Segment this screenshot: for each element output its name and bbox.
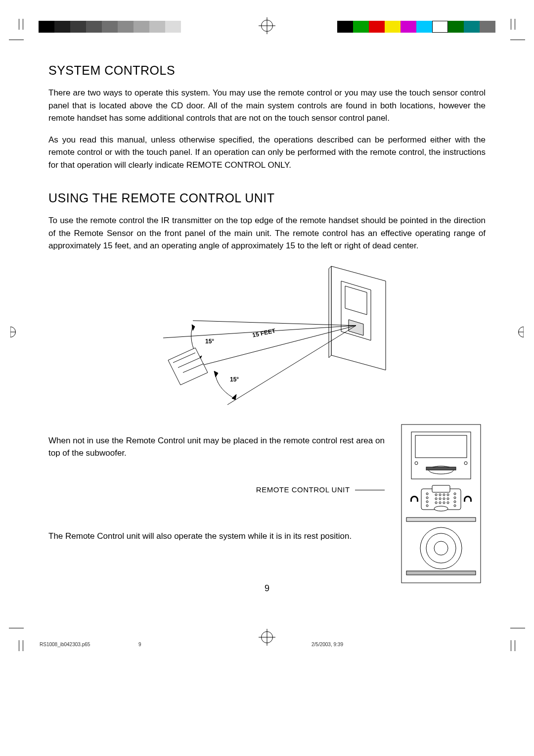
footer-filename: RS1008_ib042303.p65 — [40, 642, 138, 647]
body-paragraph: The Remote Control unit will also operat… — [48, 530, 385, 543]
svg-line-7 — [227, 326, 356, 405]
svg-marker-9 — [192, 325, 195, 331]
diagram-angle-lower: 15° — [230, 376, 239, 383]
callout-remote-control-unit: REMOTE CONTROL UNIT — [256, 485, 350, 494]
body-paragraph: There are two ways to operate this syste… — [48, 87, 486, 125]
color-bar — [337, 21, 495, 33]
svg-marker-11 — [214, 371, 218, 377]
registration-mark-icon — [518, 327, 529, 337]
svg-rect-25 — [432, 485, 450, 492]
footer-page: 9 — [138, 642, 267, 647]
svg-point-37 — [447, 494, 449, 496]
diagram-angle-upper: 15° — [205, 338, 214, 345]
svg-point-28 — [426, 501, 428, 503]
svg-point-39 — [439, 498, 441, 500]
svg-point-35 — [439, 494, 441, 496]
crop-mark — [23, 636, 38, 651]
svg-point-38 — [435, 498, 437, 500]
remote-rest-section: When not in use the Remote Control unit … — [48, 429, 486, 590]
callout-line — [355, 490, 385, 490]
print-footer: RS1008_ib042303.p65 9 2/5/2003, 9:39 — [40, 642, 494, 647]
heading-system-controls: SYSTEM CONTROLS — [48, 63, 486, 78]
remote-range-diagram: 15° 15° 15 FEET — [109, 261, 425, 420]
crop-mark — [9, 628, 24, 628]
svg-point-31 — [454, 497, 456, 499]
subwoofer-illustration — [397, 420, 486, 588]
svg-point-36 — [443, 494, 445, 496]
svg-marker-1 — [329, 266, 331, 358]
svg-point-44 — [443, 502, 445, 504]
svg-point-46 — [434, 506, 448, 511]
svg-marker-12 — [232, 394, 236, 400]
svg-rect-23 — [426, 467, 456, 470]
page-number: 9 — [48, 583, 486, 594]
svg-point-32 — [454, 501, 456, 503]
page-content: SYSTEM CONTROLS There are two ways to op… — [48, 63, 486, 598]
crop-mark — [9, 40, 24, 40]
svg-rect-50 — [406, 571, 476, 575]
svg-point-27 — [426, 497, 428, 499]
svg-marker-13 — [168, 348, 208, 385]
registration-mark-icon — [5, 327, 16, 337]
greyscale-bar — [39, 21, 181, 33]
body-paragraph: When not in use the Remote Control unit … — [48, 434, 385, 460]
svg-rect-51 — [406, 518, 476, 521]
footer-timestamp: 2/5/2003, 9:39 — [267, 642, 494, 647]
document-page: SYSTEM CONTROLS There are two ways to op… — [0, 0, 534, 756]
svg-point-20 — [415, 462, 418, 465]
crop-mark — [496, 636, 511, 651]
svg-point-41 — [447, 498, 449, 500]
svg-point-33 — [454, 505, 456, 507]
svg-rect-19 — [415, 435, 467, 458]
body-paragraph: To use the remote control the IR transmi… — [48, 214, 486, 252]
registration-mark-icon — [261, 20, 273, 32]
crop-mark — [23, 19, 38, 34]
svg-point-49 — [434, 541, 448, 555]
crop-mark — [496, 19, 511, 34]
svg-point-42 — [435, 502, 437, 504]
svg-point-21 — [464, 462, 467, 465]
svg-point-26 — [426, 493, 428, 495]
svg-point-45 — [447, 502, 449, 504]
svg-point-43 — [439, 502, 441, 504]
crop-mark — [510, 40, 525, 40]
heading-using-remote: USING THE REMOTE CONTROL UNIT — [48, 191, 486, 205]
crop-mark — [510, 628, 525, 628]
svg-point-40 — [443, 498, 445, 500]
body-paragraph: As you read this manual, unless otherwis… — [48, 134, 486, 172]
svg-point-30 — [454, 493, 456, 495]
svg-point-34 — [435, 494, 437, 496]
svg-point-29 — [426, 505, 428, 507]
